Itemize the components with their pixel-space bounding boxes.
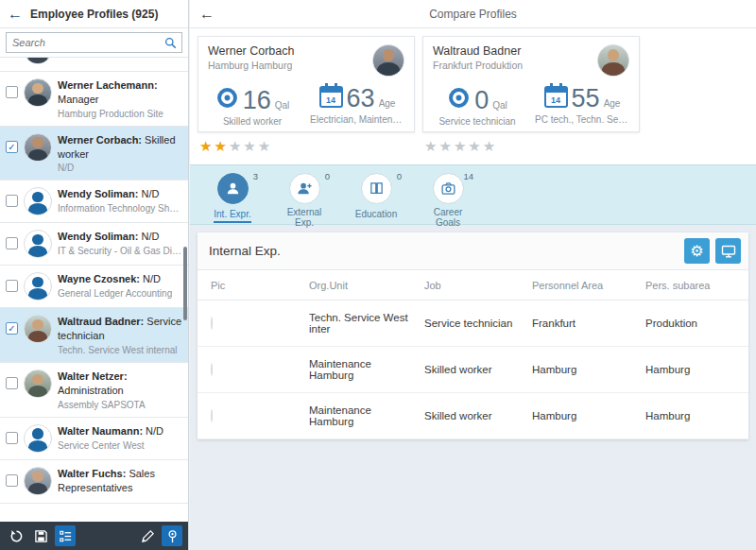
table-title-bar: Internal Exp. ⚙ <box>198 232 748 270</box>
star-icon[interactable]: ★ <box>468 138 480 154</box>
list-item[interactable]: ✓ Werner Corbach: Skilled worker N/D <box>0 127 188 181</box>
checkbox[interactable]: ✓ <box>6 237 18 249</box>
table-row[interactable]: Maintenance Hamburg Skilled worker Hambu… <box>198 347 748 393</box>
cell-org-unit: Techn. Service West inter <box>309 312 424 335</box>
checkbox[interactable]: ✓ <box>6 141 18 153</box>
employee-subtitle: Service Center West <box>58 440 163 451</box>
star-icon[interactable]: ★ <box>483 138 495 154</box>
profile-card[interactable]: Waltraud Badner Frankfurt Produktion 0 Q… <box>422 36 640 132</box>
refresh-icon[interactable] <box>6 525 26 546</box>
back-icon[interactable]: ← <box>8 6 23 23</box>
table-row[interactable]: Maintenance Hamburg Skilled worker Hambu… <box>198 393 748 439</box>
table-row[interactable]: Techn. Service West inter Service techni… <box>198 301 748 347</box>
tab-internal-exp[interactable]: 3 Int. Expr. <box>205 173 260 224</box>
table-header-row: Pic Org.Unit Job Personnel Area Pers. su… <box>198 270 748 301</box>
cell-org-unit: Maintenance Hamburg <box>309 358 424 381</box>
star-icon[interactable]: ★ <box>229 138 241 154</box>
employee-name: Werner Lachemann: Manager <box>58 78 182 107</box>
avatar <box>24 133 52 162</box>
star-icon[interactable]: ★ <box>214 138 226 154</box>
employee-subtitle: General Ledger Accounting <box>58 288 172 299</box>
save-icon[interactable] <box>30 525 51 546</box>
list-item[interactable]: ✓ Waltraud Badner: Service technician Te… <box>0 308 188 363</box>
age-unit: Age <box>604 98 621 109</box>
employee-subtitle: Assembly SAPSOTA <box>58 400 182 410</box>
avatar <box>24 187 52 215</box>
qualification-stat: 0 Qal Service technician <box>433 86 522 127</box>
checkbox[interactable]: ✓ <box>6 280 18 292</box>
back-icon[interactable]: ← <box>199 6 215 23</box>
rating-stars: ★★★★★ <box>422 132 640 161</box>
list-item[interactable]: ✓ Walter Netzer: Administration Assembly… <box>0 363 188 418</box>
column-header[interactable]: Pers. subarea <box>645 280 748 291</box>
footer-toolbar <box>0 522 188 550</box>
person-add-icon <box>289 173 320 204</box>
tab-label: Career Goals <box>421 207 475 230</box>
column-header[interactable]: Job <box>424 280 532 291</box>
list-item[interactable]: ✓ Wendy Soliman: N/D Information Technol… <box>0 180 188 223</box>
settings-button[interactable]: ⚙ <box>684 238 710 264</box>
edit-icon[interactable] <box>137 525 158 546</box>
list-item[interactable]: ✓ Wendy Soliman: N/D IT & Security - Oil… <box>0 223 188 266</box>
display-button[interactable] <box>715 238 741 264</box>
star-icon[interactable]: ★ <box>438 138 451 154</box>
employee-name: Walter Naumann: N/D <box>58 424 163 438</box>
icon-tab-bar: 3 Int. Expr. 0 External Exp. 0 Education <box>190 164 756 225</box>
checkbox[interactable]: ✓ <box>6 377 18 389</box>
list-item[interactable]: ✓ Quality Manager Dresden <box>0 58 188 72</box>
tab-label: Education <box>355 209 397 221</box>
search-icon[interactable] <box>164 37 177 49</box>
pin-icon[interactable] <box>162 525 182 546</box>
star-icon[interactable]: ★ <box>199 138 212 154</box>
profile-name: Werner Corbach <box>208 44 294 58</box>
list-item[interactable]: ✓ Walter Fuchs: Sales Representatives <box>0 460 188 505</box>
checkbox[interactable]: ✓ <box>6 474 18 487</box>
cell-personnel-area: Hamburg <box>532 364 645 375</box>
profile-column: Waltraud Badner Frankfurt Produktion 0 Q… <box>422 36 640 161</box>
job-label: Skilled worker <box>208 116 297 127</box>
tab-label: External Exp. <box>277 207 332 230</box>
employee-subtitle: Techn. Service West internal <box>58 345 182 355</box>
search-input[interactable] <box>6 32 182 53</box>
avatar <box>24 58 52 64</box>
checkbox[interactable]: ✓ <box>6 322 18 335</box>
checkbox[interactable]: ✓ <box>6 86 18 98</box>
page-title: Compare Profiles <box>190 8 756 21</box>
avatar <box>24 230 52 258</box>
employee-subtitle: Hamburg Production Site <box>58 109 182 119</box>
gear-icon: ⚙ <box>690 244 703 259</box>
avatar <box>24 315 52 343</box>
employee-list-panel: ← Employee Profiles (925) ✓ Quality Mana… <box>0 0 189 550</box>
left-panel-header: ← Employee Profiles (925) <box>0 0 188 28</box>
employee-name: Werner Corbach: Skilled worker <box>58 133 182 162</box>
target-icon <box>215 86 239 110</box>
target-icon <box>447 86 471 110</box>
star-icon[interactable]: ★ <box>424 138 437 154</box>
star-icon[interactable]: ★ <box>454 138 466 154</box>
cell-personnel-area: Hamburg <box>532 410 645 421</box>
list-item[interactable]: ✓ Werner Lachemann: Manager Hamburg Prod… <box>0 72 188 127</box>
list-item[interactable]: ✓ Walter Naumann: N/D Service Center Wes… <box>0 418 188 460</box>
avatar <box>211 317 213 330</box>
column-header[interactable]: Org.Unit <box>309 280 424 291</box>
age-value: 63 <box>347 86 375 112</box>
avatar <box>597 44 629 77</box>
employee-name: Wayne Czosnek: N/D <box>58 272 172 286</box>
column-header[interactable]: Pic <box>211 280 309 291</box>
scrollbar[interactable] <box>183 247 187 320</box>
tab-count: 0 <box>397 171 402 181</box>
tab-career-goals[interactable]: 14 Career Goals <box>421 173 475 224</box>
profile-card[interactable]: Werner Corbach Hamburg Hamburg 16 Qal <box>198 36 415 132</box>
list-item[interactable]: ✓ Wayne Czosnek: N/D General Ledger Acco… <box>0 266 188 308</box>
checkbox[interactable]: ✓ <box>6 432 18 444</box>
checkbox[interactable]: ✓ <box>6 195 18 207</box>
tab-external-exp[interactable]: 0 External Exp. <box>277 173 332 224</box>
multiselect-icon[interactable] <box>55 525 76 546</box>
calendar-icon: 14 <box>319 86 343 108</box>
star-icon[interactable]: ★ <box>243 138 255 154</box>
column-header[interactable]: Personnel Area <box>532 280 645 291</box>
tab-education[interactable]: 0 Education <box>349 173 404 224</box>
main-header: Compare Profiles ← <box>190 0 756 28</box>
star-icon[interactable]: ★ <box>258 138 270 154</box>
employee-subtitle: N/D <box>58 163 182 173</box>
